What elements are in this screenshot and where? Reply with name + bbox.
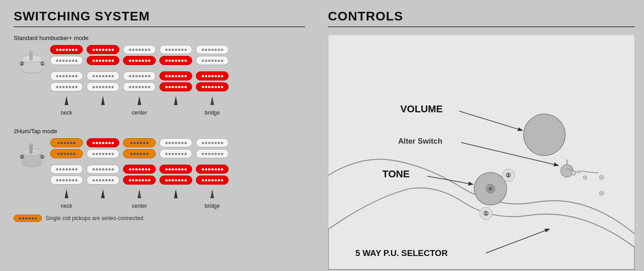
svg-line-49 (486, 229, 549, 253)
m2-pill-r2b-5 (196, 176, 229, 185)
svg-text:①: ① (483, 210, 489, 217)
m2-pill-r1b-1 (50, 149, 83, 158)
svg-text:Alter Switch: Alter Switch (398, 137, 442, 146)
label-neck2: neck (50, 203, 83, 209)
m2-neck-icon (50, 188, 83, 201)
right-divider (328, 26, 635, 27)
m2-pill-r2-3 (123, 165, 156, 174)
m2-bridge-left-icon (159, 188, 192, 201)
label-center2: center (123, 203, 156, 209)
pill-r2-5 (196, 71, 229, 80)
pill-r2b-4 (159, 82, 192, 91)
svg-text:①: ① (40, 154, 45, 160)
m2-pill-r2-5 (196, 165, 229, 174)
mode1-pickup-grid-wrap: neck center bridge (50, 45, 305, 116)
svg-text:⊕: ⊕ (598, 173, 604, 181)
pill-r2-1 (50, 71, 83, 80)
label-space3 (87, 203, 119, 209)
mode2-row2-top (50, 165, 305, 174)
pill-r1-1 (50, 45, 83, 54)
pill-r1-3 (123, 45, 156, 54)
svg-point-39 (583, 176, 587, 179)
pill-r1b-5 (196, 56, 229, 65)
m2-pill-r1-1 (50, 138, 83, 147)
mode2-knob-svg: ② ① (15, 143, 48, 170)
center-left-icon (87, 95, 119, 108)
label-neck1: neck (50, 110, 83, 116)
svg-line-43 (459, 111, 522, 130)
svg-text:TONE: TONE (383, 168, 410, 180)
pill-r2b-2 (87, 82, 119, 91)
pill-r2-2 (87, 71, 119, 80)
svg-marker-8 (101, 96, 105, 105)
svg-text:⊕: ⊕ (598, 189, 604, 197)
m2-pill-r1b-2 (87, 149, 119, 158)
label-bridge1: bridge (196, 110, 229, 116)
legend-orange-pill (14, 215, 42, 222)
pill-r1b-1 (50, 56, 83, 65)
pill-r1b-2 (87, 56, 119, 65)
label-space1 (87, 110, 119, 116)
m2-pill-r1-2 (87, 138, 119, 147)
svg-point-38 (572, 171, 576, 176)
pill-r1-2 (87, 45, 119, 54)
pill-r1b-4 (159, 56, 192, 65)
svg-text:VOLUME: VOLUME (400, 103, 443, 115)
m2-bridge-icon (196, 188, 229, 201)
svg-marker-10 (174, 96, 178, 105)
mode1-row2-top (50, 71, 305, 80)
mode2-label: 2Hum/Tap mode (14, 128, 305, 135)
pill-r2b-5 (196, 82, 229, 91)
svg-point-29 (489, 187, 492, 191)
mode2-pickup-grid (50, 138, 305, 185)
label-bridge2: bridge (196, 203, 229, 209)
svg-line-37 (578, 171, 598, 173)
m2-center-left-icon (87, 188, 119, 201)
svg-line-47 (427, 176, 472, 184)
svg-marker-9 (138, 96, 141, 105)
svg-marker-19 (65, 189, 68, 198)
m2-pill-r2b-1 (50, 176, 83, 185)
bridge-icon (196, 95, 229, 108)
svg-text:②: ② (20, 154, 24, 160)
mode2-switching-block: ② ① (14, 138, 305, 209)
legend-row: Single coil pickups are series-connected… (14, 215, 305, 222)
mode2-pickup-icons (50, 188, 305, 201)
m2-pill-r2-2 (87, 165, 119, 174)
label-space4 (159, 203, 192, 209)
mode2-row1-top (50, 138, 305, 147)
mode1-pickup-grid (50, 45, 305, 91)
pill-r1b-3 (123, 56, 156, 65)
svg-marker-21 (138, 189, 141, 198)
controls-svg: ② ⊕ ⊕ ① VOLUME Alter Switch TONE (328, 35, 634, 271)
pill-r1-4 (159, 45, 192, 54)
svg-point-18 (29, 144, 33, 146)
svg-point-6 (29, 50, 33, 53)
svg-marker-22 (174, 189, 178, 198)
svg-marker-23 (210, 189, 214, 198)
svg-point-25 (526, 116, 563, 154)
controls-panel: CONTROLS ② ⊕ ⊕ (319, 0, 644, 271)
m2-pill-r1b-3 (123, 149, 156, 158)
label-space2 (159, 110, 192, 116)
svg-marker-11 (210, 96, 214, 105)
svg-text:②: ② (506, 172, 511, 179)
svg-text:①: ① (40, 61, 45, 66)
m2-pill-r1-3 (123, 138, 156, 147)
switching-system-title: SWITCHING SYSTEM (14, 9, 305, 24)
pill-r2b-3 (123, 82, 156, 91)
m2-pill-r1-4 (159, 138, 192, 147)
pill-r2-3 (123, 71, 156, 80)
mode1-pickup-icons (50, 95, 305, 108)
mode1-switching-block: ② ① (14, 45, 305, 116)
center-icon (123, 95, 156, 108)
bridge-left-icon (159, 95, 192, 108)
controls-title: CONTROLS (328, 9, 635, 24)
mode1-label: Standard humbucker+ mode (14, 35, 305, 41)
mode2-row2-bot (50, 176, 305, 185)
m2-pill-r1b-5 (196, 149, 229, 158)
svg-text:②: ② (20, 61, 24, 66)
m2-pill-r2-4 (159, 165, 192, 174)
m2-center-icon (123, 188, 156, 201)
mode2-knob-area: ② ① (14, 138, 50, 170)
